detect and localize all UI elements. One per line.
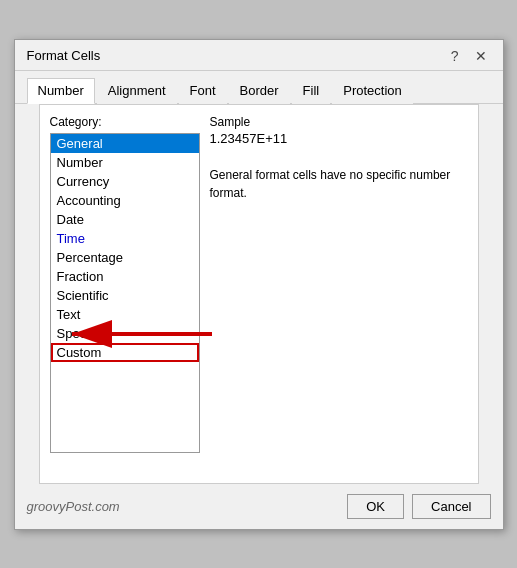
category-item-special[interactable]: Special — [51, 324, 199, 343]
close-button[interactable]: ✕ — [471, 48, 491, 64]
title-bar: Format Cells ? ✕ — [15, 40, 503, 71]
footer-buttons: OK Cancel — [347, 494, 490, 519]
format-cells-dialog: Format Cells ? ✕ Number Alignment Font B… — [14, 39, 504, 530]
title-bar-controls: ? ✕ — [447, 48, 491, 64]
dialog-footer: groovyPost.com OK Cancel — [15, 484, 503, 529]
description-text: General format cells have no specific nu… — [210, 166, 468, 202]
help-button[interactable]: ? — [447, 48, 463, 64]
right-panel: Sample 1.23457E+11 General format cells … — [210, 115, 468, 473]
dialog-content: Category: General Number Currency Accoun… — [39, 104, 479, 484]
tab-number[interactable]: Number — [27, 78, 95, 104]
category-item-custom[interactable]: Custom — [51, 343, 199, 362]
tab-font[interactable]: Font — [179, 78, 227, 104]
category-item-number[interactable]: Number — [51, 153, 199, 172]
ok-button[interactable]: OK — [347, 494, 404, 519]
sample-section: Sample 1.23457E+11 — [210, 115, 468, 148]
category-item-percentage[interactable]: Percentage — [51, 248, 199, 267]
category-item-date[interactable]: Date — [51, 210, 199, 229]
tab-bar: Number Alignment Font Border Fill Protec… — [15, 71, 503, 104]
left-panel: Category: General Number Currency Accoun… — [50, 115, 200, 473]
category-item-text[interactable]: Text — [51, 305, 199, 324]
category-label: Category: — [50, 115, 200, 129]
category-item-general[interactable]: General — [51, 134, 199, 153]
category-list[interactable]: General Number Currency Accounting Date … — [50, 133, 200, 453]
dialog-title: Format Cells — [27, 48, 101, 63]
category-item-time[interactable]: Time — [51, 229, 199, 248]
tab-alignment[interactable]: Alignment — [97, 78, 177, 104]
sample-label: Sample — [210, 115, 468, 129]
tab-border[interactable]: Border — [229, 78, 290, 104]
category-item-fraction[interactable]: Fraction — [51, 267, 199, 286]
category-item-scientific[interactable]: Scientific — [51, 286, 199, 305]
watermark: groovyPost.com — [27, 499, 120, 514]
sample-value: 1.23457E+11 — [210, 129, 468, 148]
category-item-accounting[interactable]: Accounting — [51, 191, 199, 210]
cancel-button[interactable]: Cancel — [412, 494, 490, 519]
tab-fill[interactable]: Fill — [292, 78, 331, 104]
category-item-currency[interactable]: Currency — [51, 172, 199, 191]
tab-protection[interactable]: Protection — [332, 78, 413, 104]
